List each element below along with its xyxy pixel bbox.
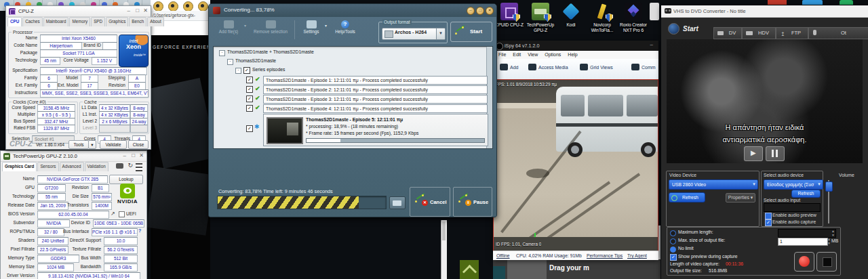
gpuz-titlebar[interactable]: TechPowerUp GPU-Z 2.10.0 – □ ✕: [1, 151, 146, 162]
vhs-titlebar[interactable]: VHS to DVD Converter - No title: [661, 5, 868, 18]
pause-button[interactable]: ‖ Pause: [453, 187, 492, 217]
audio-capture-checkbox[interactable]: ✓: [765, 219, 772, 226]
ispy-titlebar[interactable]: iSpy 64 v7.1.2.0 –: [493, 41, 658, 51]
close-window-button[interactable]: Close: [128, 140, 149, 149]
close-button[interactable]: ✕: [486, 7, 494, 15]
audio-refresh-button[interactable]: Refresh: [791, 190, 821, 198]
offline-link[interactable]: Offline: [496, 251, 510, 260]
episode-row[interactable]: ThomasS2D1maste - Episode 1: 12:11:01 πμ…: [263, 76, 488, 85]
minimize-button[interactable]: –: [127, 7, 130, 14]
tab-bench[interactable]: Bench: [129, 17, 146, 26]
close-button[interactable]: ✕: [143, 7, 148, 14]
properties-button[interactable]: Properties ▾: [726, 193, 755, 202]
validate-button[interactable]: Validate: [100, 140, 127, 149]
episode-row[interactable]: ThomasS2D1maste - Episode 4: 12:11:01 πμ…: [263, 104, 488, 113]
minimize-button[interactable]: –: [650, 41, 653, 47]
cpuz-titlebar[interactable]: CPU-Z – □ ✕: [6, 6, 151, 17]
output-format-select[interactable]: Archos - H264 ▼: [382, 28, 446, 40]
desktop-icon-cpuz[interactable]: CPUID CPU-Z: [494, 3, 524, 28]
settings-dropdown[interactable]: ▾: [325, 23, 327, 28]
episode-checkbox[interactable]: ✓: [246, 86, 253, 93]
tools-dropdown-button[interactable]: ▾: [88, 140, 96, 149]
browser-tab-favicon[interactable]: [153, 1, 163, 12]
bus-help-icon[interactable]: ?: [138, 228, 141, 233]
tab-validation[interactable]: Validation: [85, 162, 108, 171]
pause-button[interactable]: [766, 146, 785, 161]
scroll-to-top-button[interactable]: [460, 260, 479, 279]
tab-memory[interactable]: Memory: [69, 17, 90, 26]
access-media-button[interactable]: Access Media: [528, 64, 568, 70]
tab-graphics[interactable]: Graphics: [106, 17, 128, 26]
volume-slider-handle[interactable]: [825, 181, 833, 192]
spinner-arrows-icon[interactable]: ▲▼: [831, 229, 835, 237]
tools-button[interactable]: Tools: [68, 140, 89, 149]
menu-options[interactable]: Options: [545, 51, 561, 59]
uefi-checkbox[interactable]: [119, 211, 125, 217]
tab-advanced[interactable]: Advanced: [60, 162, 84, 171]
capture-preview[interactable]: Η απάντηση ήταν ειδικά αντιαρματικά αερο…: [667, 39, 863, 163]
background-scrollbar[interactable]: [441, 220, 447, 279]
tree-expander[interactable]: -: [235, 68, 241, 74]
tab-hdv[interactable]: HDV: [742, 27, 776, 39]
audio-device-select[interactable]: Είσοδος γραμμής (Συσ ▼: [764, 179, 823, 190]
browser-tab-favicon[interactable]: [168, 1, 178, 12]
series-checkbox[interactable]: ✓: [243, 67, 250, 74]
desktop-icon-roxio[interactable]: Roxio Creator NXT Pro 6: [618, 3, 648, 33]
performance-tips-link[interactable]: Performance Tips: [587, 251, 623, 260]
episode-row[interactable]: ThomasS2D1maste - Episode 2: 12:11:01 πμ…: [263, 85, 488, 94]
grid-views-button[interactable]: Grid Views: [580, 64, 613, 70]
settings-button[interactable]: Settings: [298, 20, 324, 34]
start-button[interactable]: Start: [450, 22, 492, 42]
max-size-radio[interactable]: [670, 238, 676, 244]
play-button[interactable]: ▶: [744, 146, 763, 161]
tab-dv[interactable]: DV: [713, 27, 742, 39]
record-button[interactable]: [794, 252, 814, 272]
tab-graphics-card[interactable]: Graphics Card: [2, 162, 37, 171]
video-device-select[interactable]: USB 2860 Video ▼: [669, 179, 758, 190]
episode-checkbox[interactable]: ✓: [246, 77, 253, 83]
tab-caches[interactable]: Caches: [22, 17, 42, 26]
maximize-button[interactable]: □: [476, 7, 484, 15]
converter-titlebar[interactable]: Converting... 83,78% – □ ✕: [209, 4, 496, 17]
browser-tab-favicon[interactable]: [198, 1, 208, 12]
open-folder-button[interactable]: [389, 196, 406, 209]
remove-selection-button[interactable]: Remove selection: [250, 20, 292, 34]
max-length-radio[interactable]: [670, 230, 676, 236]
episode-row[interactable]: ThomasS2D1maste - Episode 3: 12:11:01 πμ…: [263, 95, 488, 104]
no-limit-radio[interactable]: [670, 246, 676, 253]
menu-file[interactable]: File: [498, 51, 506, 59]
desktop-icon-partial[interactable]: [650, 3, 659, 20]
menu-icon[interactable]: [136, 163, 142, 171]
camera-feed[interactable]: FPS: 1.01 8/9/2018 10:53:29 πμ ID FPS: 1…: [493, 79, 658, 251]
close-button[interactable]: ✕: [139, 152, 144, 158]
browser-tab-favicon[interactable]: [183, 1, 193, 12]
episode5-panel[interactable]: ThomasS2D1maste - Episode 5: 12:11:01 πμ…: [263, 114, 488, 146]
tree-expander[interactable]: -: [219, 50, 225, 56]
cancel-button[interactable]: ✕ Cancel: [410, 187, 450, 217]
commands-button[interactable]: Comm: [631, 64, 656, 70]
tree-expander[interactable]: -: [227, 59, 233, 65]
tab-mainboard[interactable]: Mainboard: [43, 17, 69, 26]
spinner-arrows-icon[interactable]: ▲▼: [827, 237, 831, 245]
refresh-icon[interactable]: ↻: [127, 162, 133, 169]
tab-cpu[interactable]: CPU: [7, 17, 22, 26]
maximize-button[interactable]: □: [136, 7, 139, 14]
add-camera-button[interactable]: Add: [500, 64, 518, 70]
desktop-icon-gpuz[interactable]: TechPowerUp GPU-Z: [526, 3, 555, 33]
tab-sensors[interactable]: Sensors: [37, 162, 58, 171]
show-preview-checkbox[interactable]: ✓: [670, 254, 677, 261]
episode-checkbox[interactable]: ✓: [246, 95, 253, 102]
help-tools-button[interactable]: ? Help/Tools: [331, 20, 359, 34]
share-icon[interactable]: ↗: [111, 211, 115, 217]
audio-input-field[interactable]: [764, 203, 821, 212]
try-agent-link[interactable]: Try Agent: [627, 251, 647, 260]
chevron-down-icon[interactable]: ▼: [436, 28, 445, 39]
menu-edit[interactable]: Edit: [513, 51, 521, 59]
add-files-button[interactable]: Add file(s): [214, 20, 243, 34]
stop-button[interactable]: [816, 252, 837, 272]
minimize-button[interactable]: –: [123, 152, 126, 158]
menu-help[interactable]: Help: [568, 51, 577, 59]
add-files-dropdown[interactable]: ▾: [244, 23, 246, 28]
video-refresh-button[interactable]: Refresh: [669, 192, 705, 202]
tab-about[interactable]: About: [147, 17, 163, 26]
